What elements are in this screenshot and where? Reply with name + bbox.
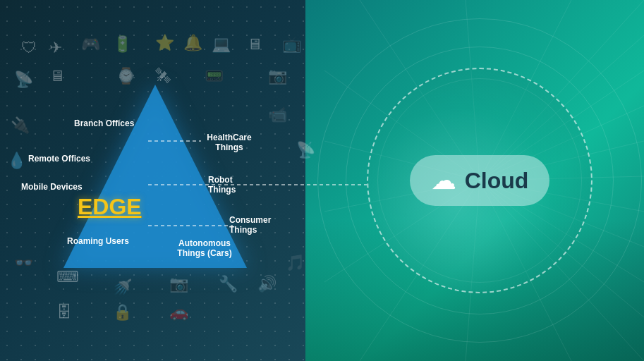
- healthcare-things-label: HealthCare Things: [201, 133, 257, 152]
- cloud-circle: ☁ Cloud: [367, 68, 593, 293]
- remote-offices-label: Remote Offices: [28, 154, 90, 164]
- consumer-things-label: Consumer Things: [229, 215, 279, 235]
- cloud-label: Cloud: [465, 168, 529, 194]
- cloud-label-container: ☁ Cloud: [410, 155, 550, 206]
- cloud-icon: ☁: [431, 166, 456, 195]
- branch-offices-label: Branch Offices: [74, 118, 134, 128]
- mobile-devices-label: Mobile Devices: [21, 182, 83, 192]
- autonomous-things-label: Autonomous Things (Cars): [173, 238, 236, 258]
- robot-things-label: Robot Things: [208, 175, 257, 195]
- roaming-users-label: Roaming Users: [67, 236, 129, 246]
- edge-label: EDGE: [78, 194, 142, 220]
